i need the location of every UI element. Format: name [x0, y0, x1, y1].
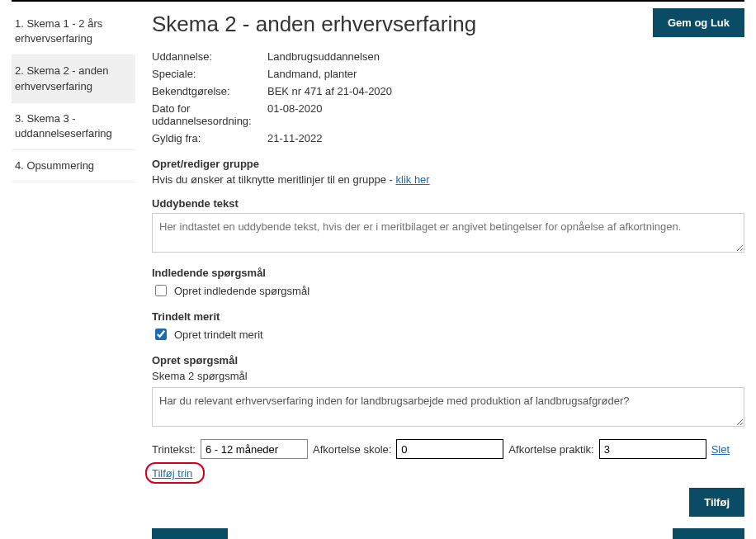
info-label-gyldig: Gyldig fra: — [152, 132, 259, 144]
info-label-bekendtgoerelse: Bekendtgørelse: — [152, 85, 259, 97]
group-helper: Hvis du ønsker at tilknytte meritlinjer … — [152, 173, 744, 186]
opret-spg-subtitle: Skema 2 spørgsmål — [152, 370, 744, 382]
indledende-title: Indledende spørgsmål — [152, 267, 744, 279]
info-value-bekendtgoerelse: BEK nr 471 af 21-04-2020 — [267, 85, 744, 97]
tilfoj-button[interactable]: Tilføj — [689, 488, 744, 517]
sidebar-item-skema1[interactable]: 1. Skema 1 - 2 års erhvervserfaring — [12, 8, 135, 55]
group-link[interactable]: klik her — [396, 173, 430, 186]
group-title: Opret/rediger gruppe — [152, 158, 744, 170]
group-helper-text: Hvis du ønsker at tilknytte meritlinjer … — [152, 173, 396, 186]
page-title: Skema 2 - anden erhvervserfaring — [152, 12, 476, 37]
afk-praktik-label: Afkortelse praktik: — [508, 443, 593, 456]
trintekst-label: Trintekst: — [152, 443, 196, 456]
slet-link[interactable]: Slet — [711, 443, 730, 456]
trindelt-checkbox[interactable] — [155, 329, 167, 340]
info-value-uddannelse: Landbrugsuddannelsen — [267, 50, 744, 63]
opret-spg-title: Opret spørgsmål — [152, 354, 744, 366]
info-label-speciale: Speciale: — [152, 68, 259, 80]
afk-skole-label: Afkortelse skole: — [313, 443, 391, 456]
info-value-speciale: Landmand, planter — [267, 68, 744, 80]
afk-praktik-input[interactable] — [599, 439, 706, 459]
indledende-checkbox[interactable] — [155, 285, 167, 296]
afk-skole-input[interactable] — [396, 439, 503, 459]
info-value-dato: 01-08-2020 — [267, 102, 744, 127]
sidebar-item-skema3[interactable]: 3. Skema 3 - uddannelseserfaring — [12, 103, 135, 150]
trin-row: Trintekst: Afkortelse skole: Afkortelse … — [152, 439, 744, 459]
trintekst-input[interactable] — [201, 439, 308, 459]
sidebar-item-skema2[interactable]: 2. Skema 2 - anden erhvervserfaring — [12, 55, 135, 102]
trindelt-checkbox-label: Opret trindelt merit — [174, 329, 263, 341]
tilfoj-trin-link[interactable]: Tilføj trin — [152, 467, 192, 480]
indledende-checkbox-row[interactable]: Opret indledende spørgsmål — [152, 282, 744, 299]
indledende-checkbox-label: Opret indledende spørgsmål — [174, 285, 309, 297]
opret-spg-textarea[interactable]: Har du relevant erhvervserfaring inden f… — [152, 387, 744, 427]
info-label-uddannelse: Uddannelse: — [152, 50, 259, 63]
main-content: Skema 2 - anden erhvervserfaring Gem og … — [152, 8, 744, 539]
trindelt-title: Trindelt merit — [152, 310, 744, 323]
naeste-button[interactable]: Næste > — [673, 528, 744, 539]
trindelt-checkbox-row[interactable]: Opret trindelt merit — [152, 326, 744, 343]
sidebar-item-label: 3. Skema 3 - uddannelseserfaring — [15, 112, 112, 139]
save-close-button[interactable]: Gem og Luk — [653, 8, 744, 37]
uddybende-title: Uddybende tekst — [152, 197, 744, 210]
sidebar-item-label: 1. Skema 1 - 2 års erhvervserfaring — [15, 17, 102, 45]
uddybende-textarea[interactable] — [152, 213, 744, 253]
info-label-dato: Dato for uddannelsesordning: — [152, 102, 259, 127]
sidebar-item-label: 2. Skema 2 - anden erhvervserfaring — [15, 64, 108, 92]
tilbage-button[interactable]: < Tilbage — [152, 528, 228, 539]
info-value-gyldig: 21-11-2022 — [267, 132, 744, 144]
info-table: Uddannelse: Landbrugsuddannelsen Special… — [152, 50, 744, 144]
sidebar-item-opsummering[interactable]: 4. Opsummering — [12, 150, 135, 182]
sidebar: 1. Skema 1 - 2 års erhvervserfaring 2. S… — [12, 8, 135, 539]
sidebar-item-label: 4. Opsummering — [15, 159, 94, 172]
